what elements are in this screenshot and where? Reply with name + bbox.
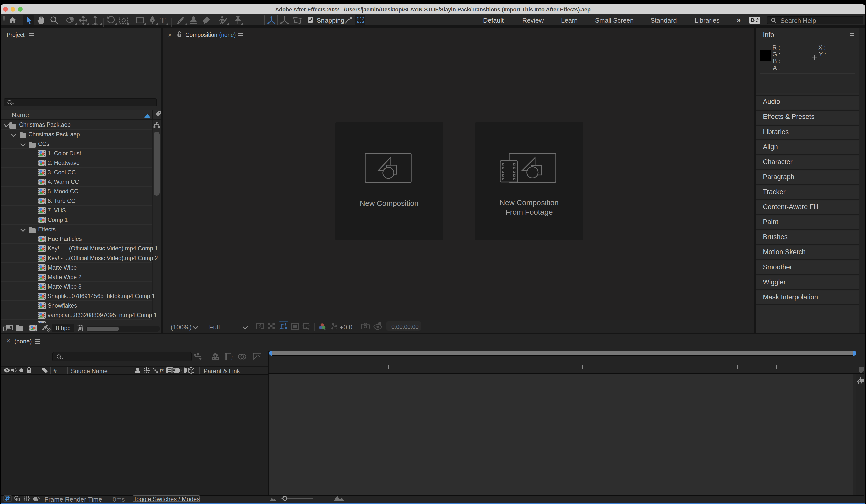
svg-text:fx: fx <box>231 356 233 360</box>
